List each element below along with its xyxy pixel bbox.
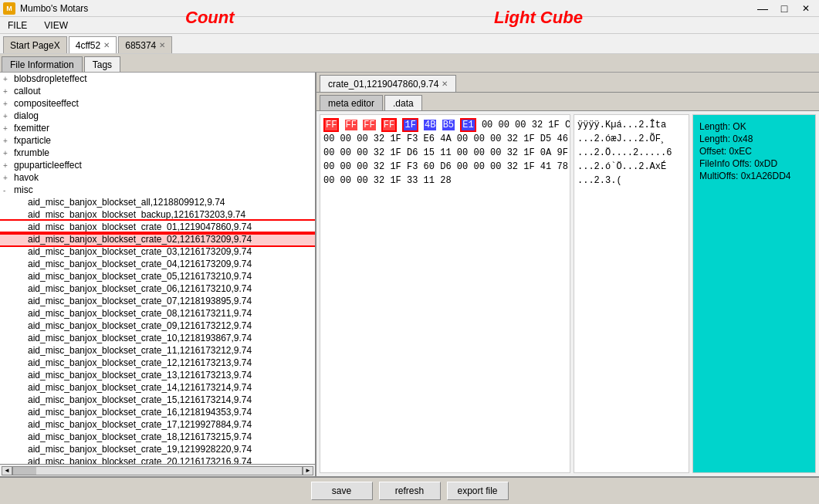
- hex-highlight-lc4: E1: [460, 118, 475, 132]
- refresh-button[interactable]: refresh: [379, 482, 441, 500]
- tree-item-crate-06[interactable]: aid_misc_banjox_blockset_crate_06,121617…: [0, 282, 315, 295]
- save-button[interactable]: save: [311, 482, 373, 500]
- tree-item-crate-backup[interactable]: aid_misc_banjox_blockset_backup,12161732…: [0, 208, 315, 221]
- tree-label: aid_misc_banjox_blockset_crate_02,121617…: [28, 234, 252, 245]
- tree-label: aid_misc_banjox_blockset_crate_18,121617…: [28, 431, 252, 442]
- tree-item-compositeeffect[interactable]: + compositeeffect: [0, 97, 315, 110]
- scroll-right-arrow[interactable]: ►: [303, 466, 313, 475]
- tree-label: gpuparticleeffect: [14, 160, 82, 171]
- expand-icon: +: [3, 87, 12, 96]
- tree-item-crate-05[interactable]: aid_misc_banjox_blockset_crate_05,121617…: [0, 270, 315, 282]
- tree-label: aid_misc_banjox_blockset_crate_14,121617…: [28, 382, 252, 393]
- tab-4cff52-label: 4cff52: [76, 40, 100, 51]
- tree-item-crate-20[interactable]: aid_misc_banjox_blockset_crate_20,121617…: [0, 455, 315, 464]
- tree-item-crate-16[interactable]: aid_misc_banjox_blockset_crate_16,121819…: [0, 406, 315, 418]
- tab-685374-label: 685374: [125, 40, 156, 51]
- tab-685374[interactable]: 685374 ✕: [118, 36, 172, 53]
- tree-item-misc[interactable]: - misc: [0, 184, 315, 196]
- tree-item-crate-17[interactable]: aid_misc_banjox_blockset_crate_17,121992…: [0, 418, 315, 431]
- tree-label: aid_misc_banjox_blockset_crate_11,121617…: [28, 345, 252, 356]
- tree-item-fxemitter[interactable]: + fxemitter: [0, 122, 315, 134]
- tree-item-crate-09[interactable]: aid_misc_banjox_blockset_crate_09,121617…: [0, 320, 315, 332]
- tree-label: aid_misc_banjox_blockset_crate_12,121617…: [28, 357, 252, 368]
- close-button[interactable]: ✕: [796, 1, 816, 16]
- hex-cell: CC: [565, 120, 570, 130]
- editor-tab-crate[interactable]: crate_01,1219047860,9.74 ✕: [320, 75, 456, 92]
- tree-item-dialog[interactable]: + dialog: [0, 110, 315, 122]
- hex-highlight-ff1: FF: [323, 118, 339, 132]
- tree-item-crate-15[interactable]: aid_misc_banjox_blockset_crate_15,121617…: [0, 394, 315, 406]
- tree-label: aid_misc_banjox_blockset_all,1218809912,…: [28, 197, 225, 208]
- tree-item-crate-08[interactable]: aid_misc_banjox_blockset_crate_08,121617…: [0, 307, 315, 320]
- tree-label: aid_misc_banjox_blockset_crate_08,121617…: [28, 308, 252, 319]
- tab-file-information[interactable]: File Information: [2, 56, 83, 72]
- expand-icon: +: [3, 149, 12, 157]
- info-panel: Length: OK Length: 0x48 Offset: 0xEC Fil…: [692, 114, 816, 473]
- tree-label: compositeeffect: [14, 98, 79, 109]
- tree-item-havok[interactable]: + havok: [0, 171, 315, 184]
- editor-tab-close[interactable]: ✕: [442, 79, 448, 88]
- editor-tabs: crate_01,1219047860,9.74 ✕: [316, 73, 819, 93]
- tree-item-crate-07[interactable]: aid_misc_banjox_blockset_crate_07,121819…: [0, 295, 315, 307]
- hex-area: FF FF FF FF 1F 4B B5 E1 00 00 00 32 1F: [316, 111, 819, 476]
- tree-item-crate-03[interactable]: aid_misc_banjox_blockset_crate_03,121617…: [0, 245, 315, 258]
- hex-cell: 1F: [548, 120, 559, 130]
- tab-meta-editor[interactable]: meta editor: [320, 95, 383, 110]
- tab-685374-close[interactable]: ✕: [159, 41, 165, 49]
- tree-item-crate-10[interactable]: aid_misc_banjox_blockset_crate_10,121819…: [0, 332, 315, 344]
- tree-item-crate-14[interactable]: aid_misc_banjox_blockset_crate_14,121617…: [0, 381, 315, 394]
- tree-label: aid_misc_banjox_blockset_crate_07,121819…: [28, 296, 252, 306]
- scroll-left-arrow[interactable]: ◄: [2, 466, 12, 475]
- tree-item-fxrumble[interactable]: + fxrumble: [0, 147, 315, 159]
- page-tabs: Start PageX 4cff52 ✕ 685374 ✕: [0, 34, 819, 54]
- tree-item-crate-12[interactable]: aid_misc_banjox_blockset_crate_12,121617…: [0, 357, 315, 369]
- tab-file-information-label: File Information: [10, 59, 74, 70]
- hex-highlight-lc3: B5: [442, 120, 455, 130]
- export-file-button[interactable]: export file: [447, 482, 509, 500]
- tree-item-crate-02[interactable]: aid_misc_banjox_blockset_crate_02,121617…: [0, 233, 315, 245]
- ascii-row-0: ÿÿÿÿ.Kµá...2.Îta: [577, 118, 685, 132]
- tree-label: aid_misc_banjox_blockset_crate_19,121992…: [28, 444, 252, 455]
- hex-bytes-panel[interactable]: FF FF FF FF 1F 4B B5 E1 00 00 00 32 1F: [320, 114, 570, 473]
- tree-item-crate-18[interactable]: aid_misc_banjox_blockset_crate_18,121617…: [0, 431, 315, 443]
- editor-tab-label: crate_01,1219047860,9.74: [328, 79, 438, 90]
- ascii-row-1: ...2.óæJ...2.ÕF¸: [577, 132, 685, 146]
- tree-item-crate-all[interactable]: aid_misc_banjox_blockset_all,1218809912,…: [0, 196, 315, 208]
- hex-cell: 00: [515, 120, 526, 130]
- expand-icon: +: [3, 75, 12, 83]
- tree-item-gpuparticleeffect[interactable]: + gpuparticleeffect: [0, 159, 315, 171]
- tab-data[interactable]: .data: [384, 95, 422, 110]
- tree-item-crate-04[interactable]: aid_misc_banjox_blockset_crate_04,121617…: [0, 258, 315, 270]
- maximize-button[interactable]: □: [774, 1, 794, 16]
- tree-item-blobsdropleteffect[interactable]: + blobsdropleteffect: [0, 73, 315, 85]
- tree-label: aid_misc_banjox_blockset_backup,12161732…: [28, 209, 245, 220]
- hex-highlight-ff2: FF: [345, 120, 357, 130]
- tab-startpage[interactable]: Start PageX: [3, 36, 67, 53]
- menu-file[interactable]: FILE: [3, 19, 32, 32]
- tree-label: aid_misc_banjox_blockset_crate_03,121617…: [28, 246, 252, 257]
- hex-cell: 00 00 00 32 1F F3 60 D6 00 00 00 32 1F 4…: [323, 161, 570, 172]
- tree-item-crate-01[interactable]: aid_misc_banjox_blockset_crate_01,121904…: [0, 221, 315, 233]
- tree-item-crate-13[interactable]: aid_misc_banjox_blockset_crate_13,121617…: [0, 369, 315, 381]
- tree-item-crate-19[interactable]: aid_misc_banjox_blockset_crate_19,121992…: [0, 443, 315, 455]
- left-hscroll[interactable]: ◄ ►: [0, 464, 315, 476]
- tab-tags-label: Tags: [93, 59, 112, 70]
- minimize-button[interactable]: —: [753, 1, 773, 16]
- tree-item-fxparticle[interactable]: + fxparticle: [0, 134, 315, 147]
- tree-scroll-area[interactable]: + blobsdropleteffect + callout + composi…: [0, 73, 315, 464]
- ascii-row-2: ...2.Ö....2.....6: [577, 146, 685, 160]
- menu-view[interactable]: VIEW: [39, 19, 73, 32]
- tab-4cff52-close[interactable]: ✕: [103, 41, 110, 49]
- expand-icon: +: [3, 124, 12, 133]
- tree-item-callout[interactable]: + callout: [0, 85, 315, 97]
- data-tabs: meta editor .data: [316, 93, 819, 111]
- scroll-thumb[interactable]: [13, 467, 36, 475]
- main-section-tabs: File Information Tags: [0, 54, 819, 73]
- tree-label: havok: [14, 172, 39, 183]
- expand-icon: +: [3, 174, 12, 182]
- hex-cell: 00 00 00 32 1F D6 15 11 00 00 00 32 1F 0…: [323, 147, 570, 158]
- tab-tags[interactable]: Tags: [84, 56, 120, 72]
- tree-item-crate-11[interactable]: aid_misc_banjox_blockset_crate_11,121617…: [0, 344, 315, 357]
- tab-4cff52[interactable]: 4cff52 ✕: [69, 36, 117, 53]
- hex-highlight-lc1: 1F: [402, 118, 418, 132]
